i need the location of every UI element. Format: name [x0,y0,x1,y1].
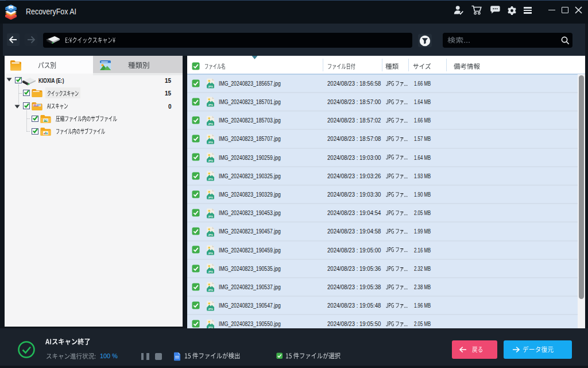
svg-text:JPG: JPG [208,178,212,181]
svg-text:JPG: JPG [208,85,212,88]
svg-text:JPG: JPG [208,140,212,143]
svg-text:JPG: JPG [208,103,212,106]
svg-text:JPG: JPG [208,307,212,310]
svg-text:JPG: JPG [208,159,212,162]
svg-text:JPG: JPG [208,289,212,292]
svg-text:JPG: JPG [208,214,212,217]
svg-text:JPG: JPG [208,233,212,236]
svg-text:JPG: JPG [208,122,212,125]
svg-text:JPG: JPG [208,196,212,199]
svg-text:JPG: JPG [208,270,212,273]
svg-text:JPG: JPG [208,252,212,255]
